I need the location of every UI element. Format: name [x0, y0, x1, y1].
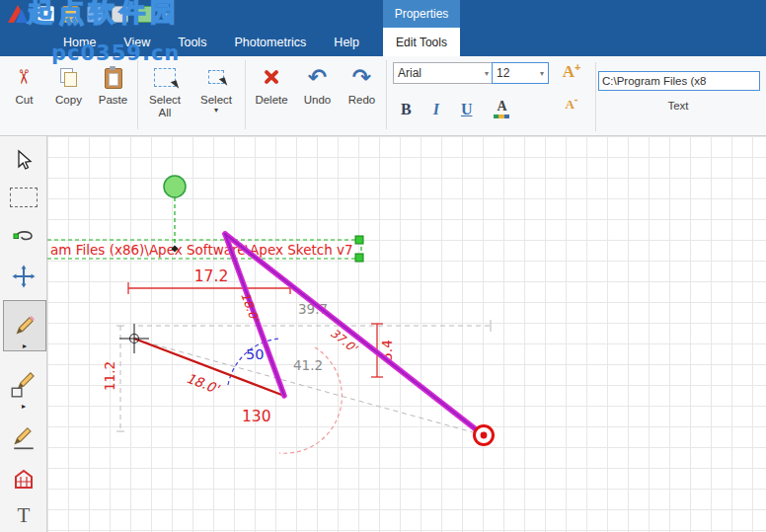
- ribbon-separator: [595, 62, 596, 131]
- text-input[interactable]: [598, 71, 760, 91]
- paste-button[interactable]: Paste: [91, 58, 135, 131]
- pencil-icon: [12, 313, 38, 339]
- dim-11-2-label[interactable]: 11.2: [102, 361, 117, 391]
- delete-x-icon: [262, 67, 281, 87]
- vertex-handle-green[interactable]: [164, 176, 186, 197]
- cut-label: Cut: [16, 94, 34, 107]
- grow-font-icon: A: [563, 62, 574, 81]
- tab-help[interactable]: Help: [334, 36, 359, 49]
- caret-down-icon[interactable]: ▾: [540, 69, 544, 78]
- drawing-canvas[interactable]: am Files (x86)\Apex Software\Apex Sketch…: [47, 136, 766, 532]
- pencil-line-icon: [11, 425, 37, 451]
- ribbon: ✂ Cut Copy Paste Select All Select ▾: [0, 56, 766, 136]
- tab-edit-tools[interactable]: Edit Tools: [383, 28, 460, 56]
- app-window: ▾ Properties Home View Tools Photometric…: [0, 0, 766, 532]
- caret-down-icon[interactable]: ▾: [485, 69, 489, 78]
- angle-130-label[interactable]: 130: [242, 408, 271, 425]
- copy-icon: [60, 68, 77, 87]
- flyout-caret-icon[interactable]: ▸: [22, 403, 26, 411]
- tool-pointer[interactable]: [3, 142, 44, 178]
- undo-button[interactable]: ↶ Undo: [295, 58, 340, 131]
- crosshair-cursor[interactable]: [119, 324, 149, 353]
- plus-icon: +: [574, 61, 580, 73]
- italic-button[interactable]: I: [433, 101, 439, 118]
- new-sketch-icon[interactable]: [38, 6, 54, 23]
- app-icon[interactable]: [5, 3, 31, 25]
- ribbon-separator: [386, 60, 387, 129]
- pencil-shape-icon: [10, 368, 38, 400]
- font-color-button[interactable]: A: [494, 100, 509, 118]
- wall-18-lower-label[interactable]: 18.0': [185, 370, 222, 398]
- redo-label: Redo: [348, 94, 376, 107]
- underline-button[interactable]: U: [461, 101, 473, 118]
- endpoint-target[interactable]: [475, 426, 494, 445]
- lasso-icon: [12, 225, 36, 249]
- open-icon[interactable]: [62, 6, 79, 23]
- text-selection-box[interactable]: am Files (x86)\Apex Software\Apex Sketch…: [47, 240, 361, 259]
- scissors-icon: ✂: [12, 69, 36, 86]
- delete-button[interactable]: Delete: [248, 58, 295, 131]
- font-size-value: 12: [497, 66, 509, 80]
- datum-line-diagonal: [136, 340, 484, 435]
- redo-button[interactable]: ↷ Redo: [340, 58, 384, 131]
- copy-button[interactable]: Copy: [46, 58, 91, 131]
- font-size-combo[interactable]: 12 ▾: [492, 62, 549, 84]
- font-color-letter: A: [497, 100, 506, 114]
- cut-button[interactable]: ✂ Cut: [2, 58, 46, 131]
- grid-icon[interactable]: [136, 6, 153, 23]
- dim-41-2-label[interactable]: 41.2: [293, 357, 323, 373]
- tab-home[interactable]: Home: [63, 36, 96, 49]
- tool-draw-line[interactable]: [3, 418, 44, 458]
- flyout-caret-icon[interactable]: ▸: [23, 342, 27, 350]
- tab-view[interactable]: View: [123, 36, 150, 49]
- wall-37-label[interactable]: 37.0': [328, 326, 361, 356]
- contextual-group-properties: Properties: [383, 0, 460, 28]
- grow-font-button[interactable]: A+: [557, 61, 586, 85]
- undo-arrow-icon: ↶: [308, 66, 327, 89]
- ribbon-separator: [245, 60, 246, 129]
- font-group: Arial ▾ 12 ▾ A+ A- B I U A: [391, 61, 592, 130]
- font-name-combo[interactable]: Arial ▾: [393, 62, 494, 84]
- angle-50-label[interactable]: 50: [246, 346, 264, 362]
- paste-label: Paste: [99, 94, 127, 107]
- selection-text[interactable]: am Files (x86)\Apex Software\Apex Sketch…: [50, 242, 353, 258]
- copy-label: Copy: [55, 94, 82, 107]
- select-icon: [208, 70, 224, 84]
- bold-button[interactable]: B: [401, 101, 412, 118]
- tool-marquee-select[interactable]: [3, 180, 44, 215]
- tool-area[interactable]: [3, 462, 44, 497]
- text-group-label: Text: [598, 100, 758, 112]
- tool-draw-shape[interactable]: ▸: [3, 357, 44, 411]
- select-button[interactable]: Select ▾: [190, 58, 243, 131]
- titlebar: ▾ Properties: [0, 0, 766, 28]
- selection-handle[interactable]: [355, 236, 363, 244]
- select-all-label: Select All: [144, 94, 186, 119]
- tab-tools[interactable]: Tools: [178, 36, 206, 49]
- print-icon[interactable]: [112, 6, 128, 23]
- text-group: Text: [598, 56, 764, 129]
- tool-text[interactable]: T: [3, 499, 44, 531]
- sketch-svg[interactable]: am Files (x86)\Apex Software\Apex Sketch…: [47, 136, 766, 532]
- tool-draw-pencil[interactable]: ▸: [3, 300, 46, 351]
- ribbon-separator: [137, 60, 138, 129]
- select-caret-icon[interactable]: ▾: [214, 107, 218, 114]
- delete-label: Delete: [255, 94, 287, 107]
- tool-move[interactable]: [3, 259, 44, 294]
- qat-caret-icon[interactable]: ▾: [163, 10, 168, 20]
- tab-photometrics[interactable]: Photometrics: [234, 36, 306, 49]
- move-icon: [12, 265, 36, 288]
- shrink-font-button[interactable]: A-: [557, 93, 586, 116]
- text-tool-glyph: T: [18, 503, 31, 528]
- font-color-bar: [494, 114, 509, 118]
- save-icon[interactable]: [87, 6, 104, 23]
- minus-icon: -: [574, 93, 578, 105]
- selection-handle[interactable]: [355, 254, 363, 262]
- dim-17-2-label[interactable]: 17.2: [194, 267, 229, 285]
- select-all-button[interactable]: Select All: [140, 58, 190, 131]
- area-sketch-icon: [12, 468, 36, 492]
- undo-label: Undo: [304, 94, 332, 107]
- tool-sidebar: ▸ ▸ T: [0, 136, 47, 532]
- tool-lasso[interactable]: [3, 219, 44, 255]
- quick-access-toolbar: ▾: [38, 6, 168, 23]
- marquee-icon: [10, 188, 38, 207]
